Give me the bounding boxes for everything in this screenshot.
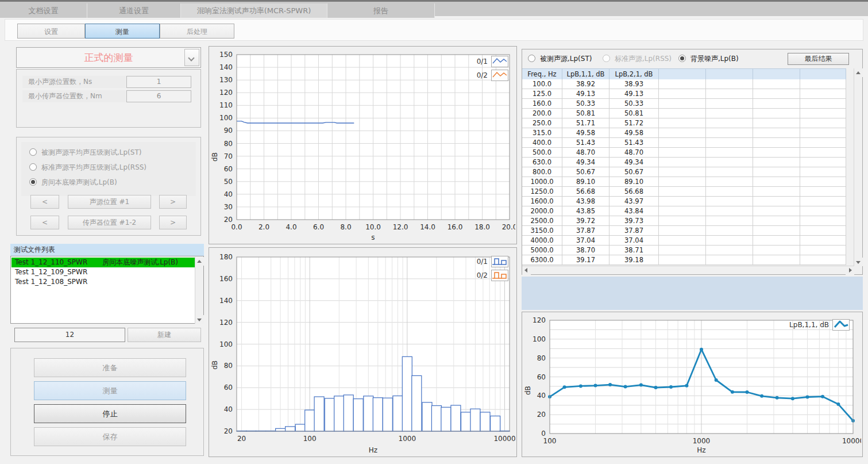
table-row[interactable]: 6300.039.1739.18 [522, 255, 846, 265]
spectrum-bar-chart[interactable]: 2040608010012014016018020100100010000Hzd… [210, 249, 515, 457]
table-row[interactable]: 5000.038.7038.71 [522, 246, 846, 255]
table-row[interactable]: 125.049.1349.13 [522, 89, 846, 99]
scroll-right-icon[interactable] [846, 266, 854, 275]
dropdown-arrow-button[interactable] [184, 49, 199, 66]
position-prev-button[interactable]: < [30, 195, 59, 209]
time-history-chart[interactable]: 20304050607080901001101201301401500.02.0… [210, 48, 515, 244]
legend-entry[interactable]: 0/1 [477, 56, 508, 67]
svg-text:100: 100 [219, 114, 233, 122]
table-cell: 6300.0 [522, 255, 562, 264]
table-hscrollbar[interactable] [522, 266, 854, 274]
table-cell: 43.84 [609, 206, 659, 216]
table-row[interactable]: 315.049.5849.58 [522, 128, 846, 138]
source-position-button[interactable]: 声源位置 #1 [68, 195, 151, 209]
table-cell [800, 197, 846, 206]
lpb-result-chart[interactable]: 020406080100120100100010000HzdB [523, 313, 861, 457]
table-row[interactable]: 630.049.3449.34 [522, 158, 846, 167]
svg-text:s: s [371, 233, 375, 241]
table-row[interactable]: 400.051.4351.43 [522, 138, 846, 148]
table-cell [800, 158, 846, 167]
svg-text:140: 140 [219, 63, 233, 71]
table-row[interactable]: 200.050.8150.81 [522, 109, 846, 118]
svg-text:20.0: 20.0 [502, 223, 515, 231]
table-cell: 37.87 [562, 226, 609, 235]
test-type-radio-3[interactable]: 房间本底噪声测试,Lp(B) [29, 178, 117, 188]
tab-3[interactable]: 混响室法测试声功率(MCR-SPWR) [181, 3, 327, 18]
result-source-radio-2[interactable]: 标准声源,Lp(RSS) [603, 54, 672, 64]
new-file-button[interactable]: 新建 [128, 328, 201, 342]
list-item[interactable]: Test 1_12_108_SPWR [11, 277, 195, 287]
scroll-up-icon[interactable] [195, 257, 204, 266]
table-cell [659, 79, 706, 89]
position-next-button[interactable]: > [159, 216, 187, 229]
table-row[interactable]: 100.038.9238.93 [522, 79, 846, 89]
legend-entry[interactable]: 0/1 [477, 256, 508, 267]
table-cell [659, 255, 706, 264]
table-cell [706, 187, 753, 196]
result-source-radio-3[interactable]: 背景噪声,Lp(B) [678, 54, 739, 64]
tab-2[interactable]: 通道设置 [87, 3, 181, 18]
save-button[interactable]: 保存 [34, 427, 186, 446]
prepare-button[interactable]: 准备 [34, 358, 186, 377]
svg-text:10.0: 10.0 [365, 223, 381, 231]
table-cell [706, 246, 753, 255]
table-cell [706, 197, 753, 206]
legend-entry[interactable]: 0/2 [477, 270, 508, 281]
test-type-radio-1[interactable]: 被测声源平均声压级测试,Lp(ST) [29, 148, 141, 158]
measurement-mode-dropdown[interactable]: 正式的测量 [16, 47, 201, 68]
table-cell: 39.73 [609, 216, 659, 225]
file-list-scrollbar[interactable] [195, 257, 203, 324]
list-item[interactable]: Test 1_12_109_SPWR [11, 267, 195, 277]
table-row[interactable]: 4000.037.0437.04 [522, 236, 846, 246]
svg-text:60: 60 [537, 373, 546, 381]
table-cell [659, 187, 706, 196]
svg-text:1000: 1000 [693, 437, 711, 445]
radio-icon [29, 163, 37, 171]
table-row[interactable]: 800.050.6750.67 [522, 167, 846, 177]
scroll-up-icon[interactable] [854, 68, 863, 77]
microphone-position-button[interactable]: 传声器位置 #1-2 [68, 216, 151, 229]
table-row[interactable]: 1600.043.9843.97 [522, 197, 846, 206]
stop-button[interactable]: 停止 [34, 404, 186, 423]
list-item[interactable]: Test 1_12_110_SPWR房间本底噪声测试,Lp(B) [11, 258, 195, 267]
time-chart-legend[interactable]: 0/10/2 [477, 56, 508, 83]
result-source-radio-1[interactable]: 被测声源,Lp(ST) [528, 54, 592, 64]
subtab-3[interactable]: 后处理 [160, 24, 234, 39]
table-vscrollbar[interactable] [854, 68, 862, 266]
position-prev-button[interactable]: < [30, 216, 59, 229]
spectrum-chart-panel: 2040608010012014016018020100100010000Hzd… [209, 247, 517, 457]
table-cell: 125.0 [522, 89, 562, 98]
svg-text:16.0: 16.0 [447, 223, 463, 231]
table-row[interactable]: 1250.056.6856.68 [522, 187, 846, 197]
svg-text:100: 100 [533, 335, 546, 343]
scroll-down-icon[interactable] [854, 258, 863, 266]
subtab-2[interactable]: 测量 [85, 24, 160, 39]
table-row[interactable]: 2500.039.7239.73 [522, 216, 846, 226]
table-row[interactable]: 500.048.7048.70 [522, 148, 846, 158]
position-next-button[interactable]: > [159, 195, 187, 209]
table-row[interactable]: 1000.089.1089.10 [522, 177, 846, 187]
scroll-down-icon[interactable] [195, 315, 204, 324]
spectrum-chart-legend[interactable]: 0/10/2 [477, 256, 508, 283]
scroll-left-icon[interactable] [522, 266, 531, 275]
legend-entry[interactable]: 0/2 [477, 70, 508, 81]
table-row[interactable]: 160.050.3350.33 [522, 99, 846, 109]
table-row[interactable]: 2000.043.8543.84 [522, 206, 846, 216]
file-count-field[interactable]: 12 [14, 328, 125, 342]
tab-4[interactable]: 报告 [327, 3, 435, 18]
final-result-button[interactable]: 最后结果 [788, 53, 849, 65]
test-type-radio-2[interactable]: 标准声源平均声压级测试,Lp(RSS) [29, 163, 146, 173]
svg-text:90: 90 [224, 126, 233, 135]
table-header-cell: Freq., Hz [522, 69, 562, 79]
subtab-1[interactable]: 设置 [17, 24, 85, 39]
table-row[interactable]: 250.051.7151.72 [522, 118, 846, 128]
measure-button[interactable]: 测量 [34, 381, 186, 400]
test-file-list[interactable]: Test 1_12_110_SPWR房间本底噪声测试,Lp(B)Test 1_1… [10, 256, 204, 324]
legend-entry[interactable]: LpB,1,1, dB [789, 319, 850, 331]
lpb-chart-legend[interactable]: LpB,1,1, dB [789, 319, 850, 333]
tab-1[interactable]: 文档设置 [0, 3, 87, 18]
field-value-2[interactable]: 6 [126, 90, 191, 102]
table-row[interactable]: 3150.037.8737.87 [522, 226, 846, 236]
field-value-1[interactable]: 1 [126, 76, 191, 88]
table-cell: 38.93 [609, 79, 659, 89]
